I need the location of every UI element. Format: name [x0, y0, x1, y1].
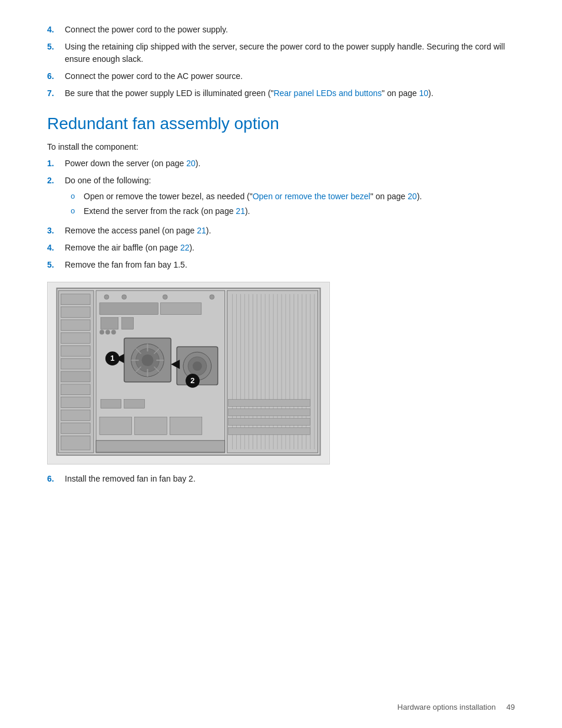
- main-step-text-3: Remove the access panel (on page 21).: [65, 225, 515, 237]
- main-step-1: 1. Power down the server (on page 20).: [47, 157, 515, 170]
- sub-text-2b: Extend the server from the rack (on page…: [84, 205, 250, 218]
- page-20-link-2[interactable]: 20: [408, 192, 417, 201]
- main-step-3: 3. Remove the access panel (on page 21).: [47, 225, 515, 237]
- svg-rect-71: [101, 317, 118, 329]
- intro-step-7: 7. Be sure that the power supply LED is …: [47, 87, 515, 100]
- sub-item-2b: o Extend the server from the rack (on pa…: [71, 205, 515, 218]
- page-footer: Hardware options installation 49: [398, 703, 515, 711]
- main-step-2: 2. Do one of the following: o Open or re…: [47, 174, 515, 220]
- svg-rect-8: [61, 358, 90, 369]
- svg-rect-79: [135, 417, 167, 434]
- svg-rect-66: [229, 399, 310, 406]
- svg-rect-9: [61, 371, 90, 382]
- step-num-7: 7.: [47, 87, 61, 100]
- svg-point-17: [122, 294, 127, 299]
- main-step-num-6: 6.: [47, 473, 61, 485]
- step-num-4: 4.: [47, 24, 61, 36]
- bullet-2b: o: [71, 205, 81, 218]
- page-21-link-1[interactable]: 21: [236, 206, 245, 216]
- svg-rect-7: [61, 345, 90, 356]
- svg-text:1: 1: [110, 354, 114, 363]
- page-22-link[interactable]: 22: [180, 243, 190, 252]
- svg-rect-12: [61, 410, 90, 420]
- main-step-num-4: 4.: [47, 242, 61, 254]
- rear-panel-link[interactable]: Rear panel LEDs and buttons: [273, 88, 382, 98]
- footer-text: Hardware options installation: [398, 703, 496, 711]
- main-step-text-5: Remove the fan from fan bay 1.5.: [65, 259, 515, 271]
- svg-rect-10: [61, 384, 90, 394]
- main-step-num-3: 3.: [47, 225, 61, 237]
- svg-rect-13: [61, 423, 90, 433]
- main-steps-list: 1. Power down the server (on page 20). 2…: [47, 157, 515, 271]
- main-step-6: 6. Install the removed fan in fan bay 2.: [47, 473, 515, 485]
- svg-rect-74: [124, 399, 145, 408]
- step-text-4: Connect the power cord to the power supp…: [65, 24, 515, 36]
- footer-page: 49: [507, 703, 515, 711]
- svg-rect-4: [61, 307, 90, 317]
- svg-rect-69: [229, 427, 310, 434]
- install-intro: To install the component:: [47, 142, 515, 151]
- svg-point-76: [105, 330, 110, 334]
- svg-rect-21: [160, 302, 201, 314]
- step-text-7: Be sure that the power supply LED is ill…: [65, 87, 515, 100]
- svg-rect-6: [61, 332, 90, 343]
- intro-steps-list: 4. Connect the power cord to the power s…: [47, 24, 515, 100]
- svg-rect-68: [229, 418, 310, 425]
- main-step-num-2: 2.: [47, 174, 61, 220]
- svg-rect-3: [61, 294, 90, 304]
- step-num-6: 6.: [47, 70, 61, 83]
- sub-item-2a: o Open or remove the tower bezel, as nee…: [71, 190, 515, 203]
- svg-rect-72: [122, 317, 134, 329]
- page-content: 4. Connect the power cord to the power s…: [0, 0, 562, 525]
- main-step-num-1: 1.: [47, 157, 61, 170]
- svg-point-19: [210, 294, 214, 299]
- main-step-text-4: Remove the air baffle (on page 22).: [65, 242, 515, 254]
- svg-rect-80: [170, 417, 202, 434]
- step-num-5: 5.: [47, 41, 61, 65]
- main-step-num-5: 5.: [47, 259, 61, 271]
- svg-point-77: [111, 330, 116, 334]
- main-step-5: 5. Remove the fan from fan bay 1.5.: [47, 259, 515, 271]
- svg-rect-20: [100, 302, 158, 314]
- svg-rect-78: [100, 417, 132, 434]
- intro-step-5: 5. Using the retaining clip shipped with…: [47, 41, 515, 65]
- main-step-text-1: Power down the server (on page 20).: [65, 157, 515, 170]
- svg-point-18: [163, 294, 167, 299]
- svg-rect-67: [229, 409, 310, 416]
- tower-bezel-link[interactable]: Open or remove the tower bezel: [253, 192, 371, 201]
- server-diagram: 1 2: [47, 282, 330, 465]
- svg-point-75: [100, 330, 104, 334]
- page-10-link[interactable]: 10: [419, 88, 428, 98]
- sub-list-2: o Open or remove the tower bezel, as nee…: [71, 190, 515, 218]
- bullet-2a: o: [71, 190, 81, 203]
- main-step-4: 4. Remove the air baffle (on page 22).: [47, 242, 515, 254]
- svg-rect-73: [101, 399, 121, 408]
- main-step-text-2: Do one of the following: o Open or remov…: [65, 174, 515, 220]
- svg-rect-5: [61, 319, 90, 330]
- intro-step-6: 6. Connect the power cord to the AC powe…: [47, 70, 515, 83]
- step6-list: 6. Install the removed fan in fan bay 2.: [47, 473, 515, 485]
- svg-point-40: [193, 361, 202, 371]
- page-20-link-1[interactable]: 20: [186, 159, 196, 168]
- svg-rect-14: [61, 436, 90, 450]
- main-step-text-6: Install the removed fan in fan bay 2.: [65, 473, 515, 485]
- step-text-5: Using the retaining clip shipped with th…: [65, 41, 515, 65]
- diagram-svg: 1 2: [48, 282, 329, 464]
- svg-text:2: 2: [190, 375, 194, 384]
- step-text-6: Connect the power cord to the AC power s…: [65, 70, 515, 83]
- svg-rect-70: [96, 440, 225, 452]
- intro-step-4: 4. Connect the power cord to the power s…: [47, 24, 515, 36]
- sub-text-2a: Open or remove the tower bezel, as neede…: [84, 190, 422, 203]
- section-title: Redundant fan assembly option: [47, 114, 515, 134]
- svg-point-16: [104, 294, 109, 299]
- svg-rect-11: [61, 397, 90, 407]
- svg-point-25: [142, 354, 154, 366]
- page-21-link-2[interactable]: 21: [197, 226, 206, 235]
